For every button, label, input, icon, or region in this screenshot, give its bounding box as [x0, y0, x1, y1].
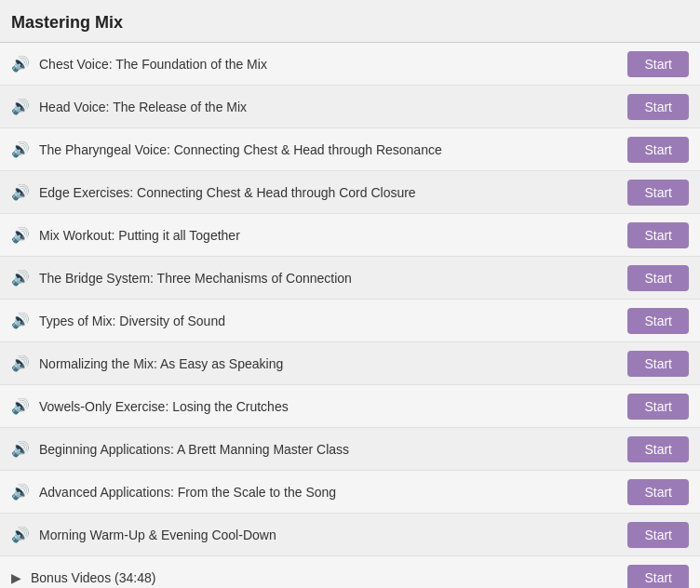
speaker-icon: 🔊 — [11, 483, 30, 501]
lesson-item: 🔊Vowels-Only Exercise: Losing the Crutch… — [0, 385, 700, 428]
lesson-item: 🔊The Pharyngeal Voice: Connecting Chest … — [0, 128, 700, 171]
start-button[interactable]: Start — [627, 94, 689, 120]
speaker-icon: 🔊 — [11, 183, 30, 201]
lesson-title: Chest Voice: The Foundation of the Mix — [39, 46, 627, 83]
lesson-item: ▶Bonus Videos (34:48)Start — [0, 556, 700, 588]
lesson-list: 🔊Chest Voice: The Foundation of the MixS… — [0, 43, 700, 588]
lesson-title: The Pharyngeal Voice: Connecting Chest &… — [39, 131, 627, 168]
lesson-item: 🔊The Bridge System: Three Mechanisms of … — [0, 257, 700, 300]
lesson-title: Edge Exercises: Connecting Chest & Head … — [39, 174, 627, 211]
speaker-icon: 🔊 — [11, 354, 30, 372]
start-button[interactable]: Start — [627, 394, 689, 420]
speaker-icon: 🔊 — [11, 312, 30, 329]
lesson-item: 🔊Morning Warm-Up & Evening Cool-DownStar… — [0, 514, 700, 556]
lesson-title: Head Voice: The Release of the Mix — [39, 88, 627, 126]
lesson-title: Types of Mix: Diversity of Sound — [39, 302, 627, 340]
lesson-title: Bonus Videos (34:48) — [31, 559, 627, 589]
start-button[interactable]: Start — [627, 436, 689, 462]
start-button[interactable]: Start — [627, 479, 689, 505]
start-button[interactable]: Start — [627, 180, 689, 206]
page-container: Mastering Mix 🔊Chest Voice: The Foundati… — [0, 0, 700, 588]
speaker-icon: 🔊 — [11, 140, 30, 158]
lesson-title: The Bridge System: Three Mechanisms of C… — [39, 260, 627, 297]
start-button[interactable]: Start — [627, 51, 689, 77]
lesson-item: 🔊Edge Exercises: Connecting Chest & Head… — [0, 171, 700, 214]
start-button[interactable]: Start — [627, 522, 689, 548]
start-button[interactable]: Start — [627, 308, 689, 334]
page-title: Mastering Mix — [0, 0, 700, 42]
lesson-title: Beginning Applications: A Brett Manning … — [39, 431, 627, 468]
speaker-icon: 🔊 — [11, 526, 30, 543]
lesson-item: 🔊Head Voice: The Release of the MixStart — [0, 86, 700, 128]
start-button[interactable]: Start — [627, 565, 689, 589]
lesson-title: Morning Warm-Up & Evening Cool-Down — [39, 516, 627, 554]
lesson-item: 🔊Types of Mix: Diversity of SoundStart — [0, 300, 700, 342]
lesson-item: 🔊Normalizing the Mix: As Easy as Speakin… — [0, 342, 700, 385]
lesson-item: 🔊Mix Workout: Putting it all TogetherSta… — [0, 214, 700, 257]
speaker-icon: 🔊 — [11, 397, 30, 415]
speaker-icon: 🔊 — [11, 440, 30, 458]
lesson-title: Normalizing the Mix: As Easy as Speaking — [39, 345, 627, 382]
speaker-icon: 🔊 — [11, 98, 30, 115]
lesson-item: 🔊Advanced Applications: From the Scale t… — [0, 471, 700, 514]
play-icon: ▶ — [11, 570, 21, 585]
lesson-item: 🔊Beginning Applications: A Brett Manning… — [0, 428, 700, 471]
start-button[interactable]: Start — [627, 265, 689, 291]
speaker-icon: 🔊 — [11, 269, 30, 287]
lesson-item: 🔊Chest Voice: The Foundation of the MixS… — [0, 43, 700, 86]
lesson-title: Mix Workout: Putting it all Together — [39, 217, 627, 254]
speaker-icon: 🔊 — [11, 55, 30, 73]
start-button[interactable]: Start — [627, 351, 689, 377]
start-button[interactable]: Start — [627, 137, 689, 163]
lesson-title: Advanced Applications: From the Scale to… — [39, 474, 627, 511]
start-button[interactable]: Start — [627, 222, 689, 248]
speaker-icon: 🔊 — [11, 226, 30, 244]
lesson-title: Vowels-Only Exercise: Losing the Crutche… — [39, 388, 627, 425]
